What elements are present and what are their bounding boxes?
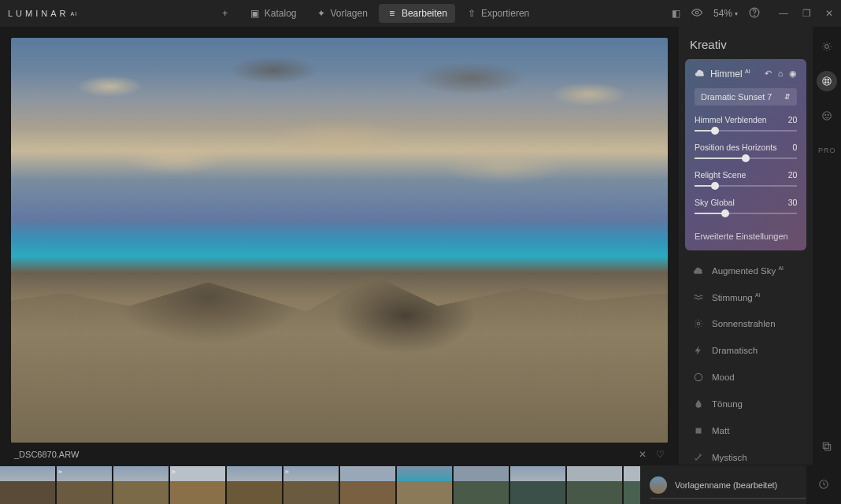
thumbnail-selected[interactable]: [397, 466, 452, 504]
minimize-button[interactable]: —: [779, 8, 788, 19]
tool-matt[interactable]: Matt: [679, 417, 813, 444]
sliders-icon: ≡: [387, 8, 398, 19]
slider-thumb[interactable]: [711, 127, 719, 135]
tool-label: Mystisch: [712, 453, 747, 462]
sky-tool-header[interactable]: Himmel AI ↶ ⌂ ◉: [695, 67, 797, 80]
topbar-right: ◧ 54% ▾ — ❐ ✕: [672, 7, 833, 20]
side-pro[interactable]: PRO: [817, 140, 837, 161]
slider-position-des-horizonts[interactable]: Position des Horizonts 0: [695, 143, 797, 162]
tool-label: Sonnenstrahlen: [712, 319, 776, 328]
side-essentials[interactable]: [817, 36, 837, 57]
tool-stimmung[interactable]: Stimmung AI: [679, 284, 813, 310]
slider-relight-scene[interactable]: Relight Scene 20: [695, 170, 797, 190]
tool-mood[interactable]: Mood: [679, 364, 813, 391]
slider-thumb[interactable]: [742, 154, 750, 162]
nav-bearbeiten[interactable]: ≡Bearbeiten: [379, 4, 455, 23]
slider-label: Sky Global: [695, 198, 735, 207]
svg-point-10: [825, 82, 827, 83]
topbar: LUMINARAI + ▣Katalog ✦Vorlagen ≡Bearbeit…: [0, 0, 841, 27]
undo-icon[interactable]: ↶: [765, 69, 772, 79]
svg-point-13: [825, 114, 826, 115]
advanced-settings[interactable]: Erweiterte Einstellungen: [695, 225, 797, 241]
help-icon[interactable]: [749, 7, 760, 20]
thumbnail[interactable]: [567, 466, 622, 504]
waves-icon: [693, 291, 704, 302]
sun-icon: [693, 318, 704, 329]
svg-point-12: [823, 112, 832, 120]
file-name: _DSC6870.ARW: [14, 450, 79, 459]
thumbstrip: ≈ ≈ ≈: [0, 466, 679, 504]
svg-rect-5: [696, 428, 702, 434]
thumbnail[interactable]: [454, 466, 509, 504]
nav-exportieren[interactable]: ⇧Exportieren: [458, 4, 537, 23]
sparkle-icon: ✦: [316, 8, 327, 19]
edited-icon: ≈: [58, 468, 62, 476]
thumbnail[interactable]: [340, 466, 395, 504]
slider-value: 30: [788, 198, 798, 207]
slider-thumb[interactable]: [721, 209, 729, 217]
slider-thumb[interactable]: [711, 182, 719, 190]
tool-augmented-sky[interactable]: Augmented Sky AI: [679, 257, 813, 284]
thumbnail[interactable]: [113, 466, 169, 504]
thumbnail[interactable]: [0, 466, 55, 504]
slider-label: Position des Horizonts: [695, 143, 776, 152]
side-portrait[interactable]: [817, 106, 837, 126]
right-panel: Kreativ Himmel AI ↶ ⌂ ◉ Dramatic Sunset …: [679, 27, 813, 504]
tool-tönung[interactable]: Tönung: [679, 391, 813, 417]
favorite-icon[interactable]: ♡: [656, 449, 665, 460]
svg-point-11: [828, 82, 829, 83]
sky-preset-dropdown[interactable]: Dramatic Sunset 7 ⇵: [695, 88, 797, 106]
template-slider[interactable]: [650, 498, 832, 499]
thumbnail[interactable]: ≈: [283, 466, 339, 504]
svg-point-7: [823, 77, 832, 86]
folder-icon: ▣: [250, 8, 261, 19]
svg-point-9: [828, 79, 829, 80]
slider-himmel-verblenden[interactable]: Himmel Verblenden 20: [695, 115, 797, 135]
image-preview[interactable]: [11, 38, 668, 443]
svg-point-4: [695, 373, 702, 380]
thumbnail[interactable]: [227, 466, 282, 504]
reset-icon[interactable]: ⌂: [778, 69, 784, 79]
svg-point-8: [825, 79, 827, 80]
file-bar: _DSC6870.ARW ✕ ♡: [11, 443, 668, 466]
tool-dramatisch[interactable]: Dramatisch: [679, 337, 813, 364]
edited-icon: ≈: [285, 468, 289, 476]
compare-icon[interactable]: ◧: [672, 8, 680, 19]
tool-label: Dramatisch: [712, 346, 758, 355]
side-creative[interactable]: [817, 71, 837, 91]
sky-ai-tool: Himmel AI ↶ ⌂ ◉ Dramatic Sunset 7 ⇵ Himm…: [685, 59, 806, 250]
close-button[interactable]: ✕: [825, 8, 833, 19]
canvas-zone: _DSC6870.ARW ✕ ♡ ≈ ≈ ≈: [0, 27, 679, 504]
history-button[interactable]: [806, 465, 841, 504]
main-area: _DSC6870.ARW ✕ ♡ ≈ ≈ ≈ Kreativ: [0, 27, 841, 504]
tool-label: Tönung: [712, 399, 743, 409]
thumbnail[interactable]: ≈: [170, 466, 225, 504]
slider-value: 0: [793, 143, 798, 152]
zoom-level[interactable]: 54% ▾: [713, 8, 738, 19]
wand-icon: [693, 452, 704, 463]
add-button[interactable]: +: [212, 4, 239, 23]
slider-sky-global[interactable]: Sky Global 30: [695, 198, 797, 217]
slider-label: Relight Scene: [695, 170, 746, 180]
slider-value: 20: [788, 115, 798, 124]
slider-label: Himmel Verblenden: [695, 115, 767, 124]
svg-point-14: [828, 114, 828, 115]
maximize-button[interactable]: ❐: [802, 8, 811, 19]
plus-icon: +: [220, 8, 231, 19]
side-layers[interactable]: [817, 436, 837, 457]
bolt-icon: [693, 345, 704, 356]
cloud-icon: [693, 265, 704, 276]
nav-vorlagen[interactable]: ✦Vorlagen: [308, 4, 376, 23]
visibility-toggle-icon[interactable]: ◉: [789, 69, 797, 79]
tool-sonnenstrahlen[interactable]: Sonnenstrahlen: [679, 310, 813, 337]
thumbnail[interactable]: ≈: [57, 466, 112, 504]
drop-icon: [693, 398, 704, 410]
svg-rect-15: [824, 443, 829, 448]
reject-icon[interactable]: ✕: [639, 449, 646, 460]
thumbnail[interactable]: [510, 466, 565, 504]
tool-label: Mood: [712, 372, 735, 382]
window-controls: — ❐ ✕: [779, 8, 833, 19]
nav-katalog[interactable]: ▣Katalog: [242, 4, 305, 23]
eye-icon[interactable]: [691, 7, 702, 20]
svg-point-2: [754, 15, 755, 16]
